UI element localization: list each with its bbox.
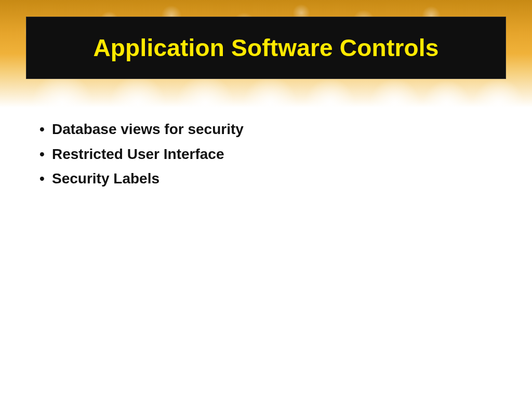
list-item: Database views for security <box>36 117 496 142</box>
list-item: Restricted User Interface <box>36 142 496 167</box>
title-bar: Application Software Controls <box>26 17 506 79</box>
list-item: Security Labels <box>36 166 496 191</box>
bullet-list: Database views for security Restricted U… <box>36 117 496 191</box>
content-area: Database views for security Restricted U… <box>36 117 496 191</box>
slide: Application Software Controls Database v… <box>0 0 532 399</box>
slide-title: Application Software Controls <box>93 34 438 62</box>
